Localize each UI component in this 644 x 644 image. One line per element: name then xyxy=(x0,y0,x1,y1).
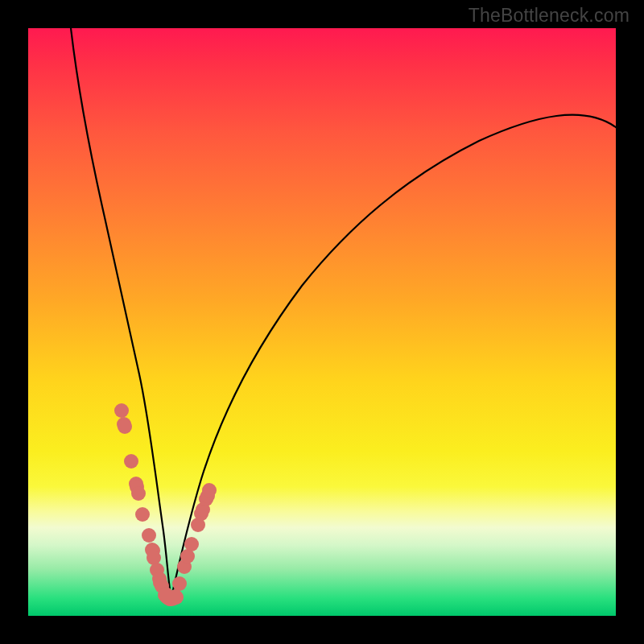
curve-right-branch xyxy=(171,115,616,597)
curve-left-branch xyxy=(71,28,171,596)
data-dot xyxy=(124,454,138,469)
plot-area xyxy=(28,28,616,616)
data-dot xyxy=(131,486,146,501)
data-dot xyxy=(172,576,187,591)
chart-frame: TheBottleneck.com xyxy=(0,0,644,644)
data-dot xyxy=(142,528,156,543)
data-dot xyxy=(114,403,129,418)
data-dot xyxy=(184,537,199,551)
watermark-text: TheBottleneck.com xyxy=(469,5,630,27)
chart-svg xyxy=(28,28,616,616)
data-dot xyxy=(202,483,217,497)
data-dot xyxy=(135,507,150,522)
valley-marker xyxy=(165,595,175,599)
data-dot xyxy=(118,419,132,434)
